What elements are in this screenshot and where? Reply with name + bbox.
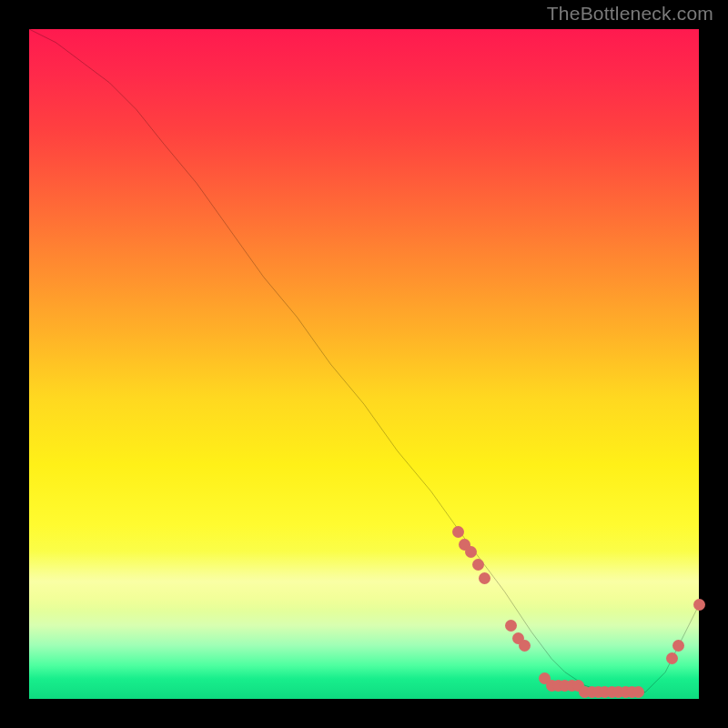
bottleneck-curve	[29, 29, 699, 693]
data-point	[505, 620, 517, 632]
data-point	[519, 640, 531, 652]
data-point	[672, 640, 684, 652]
data-point	[693, 599, 705, 611]
chart-frame: TheBottleneck.com	[0, 0, 728, 728]
curve-svg	[29, 29, 699, 699]
data-point	[465, 546, 477, 558]
data-point	[479, 572, 490, 584]
plot-area	[29, 29, 699, 699]
data-point	[452, 526, 464, 538]
attribution-label: TheBottleneck.com	[547, 3, 713, 25]
data-point	[472, 559, 484, 571]
